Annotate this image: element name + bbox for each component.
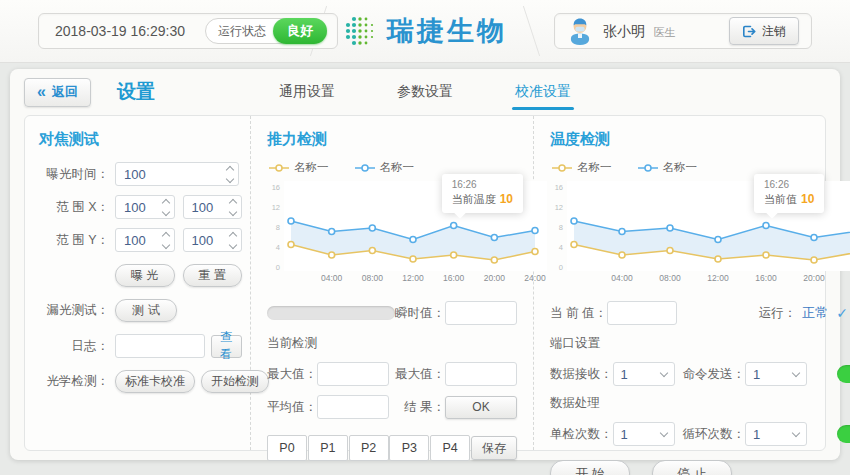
range-y-max-value: 100 [192, 233, 227, 248]
svg-text:8: 8 [559, 223, 563, 232]
exposure-button[interactable]: 曝 光 [115, 264, 175, 287]
spinner-arrows-icon[interactable] [230, 200, 236, 215]
current-value-label: 当 前 值： [550, 305, 607, 322]
spinner-arrows-icon[interactable] [227, 167, 233, 182]
user-role: 医生 [653, 26, 675, 38]
legend-item[interactable]: 名称一 [552, 160, 612, 175]
user-name: 张小明 [603, 23, 645, 39]
svg-text:12:00: 12:00 [402, 273, 424, 283]
status-badge: 良好 [273, 18, 327, 44]
run-status-label: 运行状态 [218, 23, 266, 40]
spinner-arrows-icon[interactable] [230, 233, 236, 248]
legend-label: 名称一 [577, 160, 612, 175]
legend-marker-icon [552, 163, 572, 173]
legend-label: 名称一 [380, 160, 415, 175]
datetime: 2018-03-19 16:29:30 [55, 23, 185, 39]
data-receive-label: 数据接收： [550, 366, 613, 383]
range-x-label: 范 围 X： [39, 199, 109, 216]
header-user-panel: 张小明 医生 注销 [554, 13, 812, 49]
range-x-max-stepper[interactable]: 100 [183, 195, 243, 219]
focus-test-title: 对焦测试 [39, 130, 242, 149]
range-x-min-value: 100 [124, 200, 159, 215]
preset-p4-button[interactable]: P4 [430, 435, 470, 461]
tab-parameters[interactable]: 参数设置 [397, 83, 453, 101]
stop-button[interactable]: 停 止 [652, 460, 732, 475]
thrust-title: 推力检测 [267, 130, 517, 149]
tab-general[interactable]: 通用设置 [279, 83, 335, 101]
thrust-chart[interactable]: 048121604:0008:0012:0016:0020:0024:0016:… [267, 181, 517, 289]
single-count-label: 单检次数： [550, 426, 613, 443]
range-y-min-value: 100 [124, 233, 159, 248]
log-label: 日志： [39, 338, 109, 355]
progress-bar [267, 306, 395, 320]
spinner-arrows-icon[interactable] [163, 200, 169, 215]
legend-item[interactable]: 名称一 [269, 160, 329, 175]
temperature-detection-panel: 温度检测 名称一名称一 048121604:0008:0012:0016:002… [534, 116, 850, 450]
command-send-select[interactable]: 1 [745, 362, 807, 386]
exposure-time-stepper[interactable]: 100 [115, 162, 239, 186]
logout-icon [742, 25, 756, 38]
tab-calibration[interactable]: 校准设置 [515, 83, 571, 101]
legend-label: 名称一 [294, 160, 329, 175]
svg-text:12: 12 [555, 203, 563, 212]
leak-test-button[interactable]: 测 试 [115, 299, 177, 322]
spinner-arrows-icon[interactable] [163, 233, 169, 248]
svg-text:4: 4 [559, 243, 563, 252]
instant-value-input[interactable] [445, 301, 517, 325]
svg-text:0: 0 [559, 263, 563, 272]
range-y-max-stepper[interactable]: 100 [183, 228, 243, 252]
settings-card: « 返回 设置 通用设置 参数设置 校准设置 对焦测试 曝光时间： 100 范 … [10, 69, 840, 460]
chevron-down-icon [659, 369, 667, 377]
port-settings-label: 端口设置 [550, 335, 850, 352]
back-label: 返回 [52, 83, 78, 101]
max-value-1-label: 最大值： [267, 366, 317, 383]
svg-text:08:00: 08:00 [362, 273, 384, 283]
loop-count-label: 循环次数： [683, 426, 746, 443]
result-ok-button[interactable]: OK [445, 396, 517, 419]
back-chevrons-icon: « [37, 84, 46, 100]
loop-count-select[interactable]: 1 [745, 422, 807, 446]
range-y-min-stepper[interactable]: 100 [115, 228, 175, 252]
preset-p3-button[interactable]: P3 [389, 435, 429, 461]
temp-chart[interactable]: 048121604:0008:0012:0016:0020:0024:0016:… [550, 181, 850, 289]
thrust-chart-legend: 名称一名称一 [269, 160, 517, 175]
leak-test-label: 漏光测试： [39, 302, 109, 319]
range-x-min-stepper[interactable]: 100 [115, 195, 175, 219]
avg-value-input[interactable] [317, 395, 389, 419]
processing-toggle[interactable] [837, 425, 850, 443]
range-y-label: 范 围 Y： [39, 232, 109, 249]
settings-tabs: 通用设置 参数设置 校准设置 [279, 69, 571, 115]
log-input[interactable] [115, 334, 205, 358]
save-button[interactable]: 保存 [471, 436, 517, 460]
max-value-2-input[interactable] [445, 362, 517, 386]
current-detection-label: 当前检测 [267, 335, 517, 352]
current-value-input[interactable] [607, 301, 677, 325]
start-button[interactable]: 开 始 [550, 460, 630, 475]
preset-p0-button[interactable]: P0 [267, 435, 307, 461]
data-processing-label: 数据处理 [550, 395, 850, 412]
max-value-1-input[interactable] [317, 362, 389, 386]
logout-button[interactable]: 注销 [729, 17, 799, 45]
reset-button[interactable]: 重 置 [183, 264, 243, 287]
command-send-value: 1 [753, 367, 760, 382]
standard-card-calibrate-button[interactable]: 标准卡校准 [115, 370, 195, 393]
preset-p1-button[interactable]: P1 [308, 435, 348, 461]
svg-text:12: 12 [272, 203, 280, 212]
single-count-select[interactable]: 1 [613, 422, 675, 446]
instant-value-label: 瞬时值： [395, 305, 445, 322]
legend-item[interactable]: 名称一 [355, 160, 415, 175]
exposure-time-value: 100 [124, 167, 223, 182]
svg-text:16:00: 16:00 [443, 273, 465, 283]
back-button[interactable]: « 返回 [24, 78, 91, 107]
data-receive-select[interactable]: 1 [613, 362, 675, 386]
svg-text:04:00: 04:00 [611, 273, 633, 283]
temperature-title: 温度检测 [550, 130, 850, 149]
svg-text:8: 8 [276, 223, 280, 232]
line-chart-svg: 048121604:0008:0012:0016:0020:0024:00 [267, 181, 547, 285]
port-toggle[interactable] [837, 365, 850, 383]
preset-p2-button[interactable]: P2 [349, 435, 389, 461]
legend-item[interactable]: 名称一 [638, 160, 698, 175]
view-log-button[interactable]: 查看 [211, 335, 242, 358]
check-icon: ✓ [836, 305, 848, 321]
run-status-value: 正常 [802, 304, 828, 322]
